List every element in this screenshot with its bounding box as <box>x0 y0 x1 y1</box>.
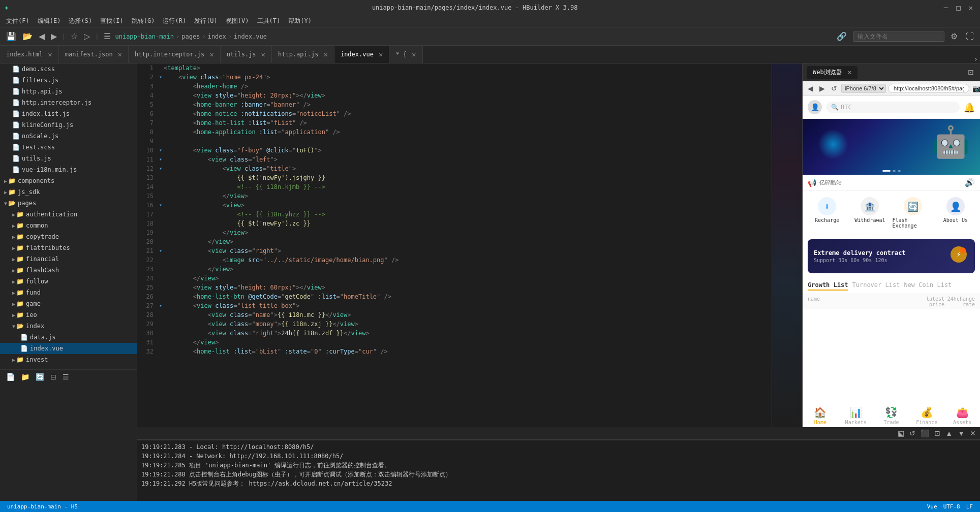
tab-new-coin-list[interactable]: New Coin List <box>904 280 952 291</box>
folder-item-fund[interactable]: ▶ 📁 fund <box>0 287 137 298</box>
notification-bell-icon[interactable]: 🔔 <box>964 102 975 113</box>
file-item-http-interceptor-js[interactable]: 📄 http.interceptor.js <box>0 97 137 108</box>
device-selector[interactable]: iPhone 6/7/8 <box>841 84 886 93</box>
folder-item-copytrade[interactable]: ▶ 📁 copytrade <box>0 231 137 242</box>
folder-item-flattributes[interactable]: ▶ 📁 flattributes <box>0 242 137 253</box>
help-url-link[interactable]: https://ask.dcloud.net.cn/article/35232 <box>249 480 392 487</box>
close-button[interactable]: ✕ <box>966 3 976 13</box>
browser-refresh-button[interactable]: ↺ <box>829 83 839 93</box>
folder-item-follow[interactable]: ▶ 📁 follow <box>0 276 137 287</box>
refresh-button[interactable]: 🔄 <box>34 372 46 382</box>
local-url-link[interactable]: http://localhost:8080/h5/ <box>222 443 314 451</box>
breadcrumb-index[interactable]: index <box>208 33 226 40</box>
folder-item-common[interactable]: ▶ 📁 common <box>0 220 137 231</box>
breadcrumb-pages[interactable]: pages <box>181 33 200 40</box>
contract-banner[interactable]: Extreme delivery contract Support 30s 60… <box>808 239 975 273</box>
status-project[interactable]: uniapp-bian-main - H5 <box>4 503 81 510</box>
menu-run[interactable]: 运行(R) <box>159 15 190 27</box>
filter-button[interactable]: ☰ <box>60 372 71 382</box>
file-item-utils-js[interactable]: 📄 utils.js <box>0 153 137 164</box>
network-url-link[interactable]: http://192.168.101.111:8080/h5/ <box>229 453 343 460</box>
tab-close-icon[interactable]: ✕ <box>261 50 265 58</box>
new-folder-button[interactable]: 📁 <box>19 372 32 382</box>
folder-item-flash-cash[interactable]: ▶ 📁 flashCash <box>0 265 137 276</box>
tab-turnover-list[interactable]: Turnover List <box>852 280 900 291</box>
minimize-button[interactable]: ─ <box>941 3 951 13</box>
nav-markets[interactable]: 📊 Markets <box>838 406 874 425</box>
breadcrumb-file[interactable]: index.vue <box>234 33 267 40</box>
announcement-close-button[interactable]: 🔊 <box>965 178 975 187</box>
panel-down-button[interactable]: ▼ <box>956 428 967 438</box>
quick-action-withdrawal[interactable]: 🏦 Withdrawal <box>849 197 890 229</box>
file-item-demo-scss[interactable]: 📄 demo.scss <box>0 63 137 75</box>
tab-http-interceptor[interactable]: http.interceptor.js ✕ <box>129 46 221 63</box>
quick-action-recharge[interactable]: ⬇ Recharge <box>807 197 847 229</box>
preview-search-bar[interactable]: 🔍 BTC <box>826 102 960 113</box>
tab-close-icon[interactable]: ✕ <box>209 50 213 58</box>
file-item-index-vue[interactable]: 📄 index.vue <box>0 343 137 354</box>
menu-edit[interactable]: 编辑(E) <box>34 15 65 27</box>
collapse-button[interactable]: ⊟ <box>48 372 58 382</box>
tab-close-icon[interactable]: ✕ <box>118 50 122 58</box>
tab-http-api-js[interactable]: http.api.js ✕ <box>272 46 334 63</box>
tab-close-icon[interactable]: ✕ <box>323 50 327 58</box>
tab-utils-js[interactable]: utils.js ✕ <box>221 46 272 63</box>
folder-item-ieo[interactable]: ▶ 📁 ieo <box>0 309 137 321</box>
code-editor[interactable]: 1 <template> 2 ▾ <view class="home px-24… <box>137 63 772 427</box>
menu-goto[interactable]: 跳转(G) <box>128 15 159 27</box>
external-link-button[interactable]: 🔗 <box>835 30 849 42</box>
folder-item-components[interactable]: ▶ 📁 components <box>0 175 137 186</box>
file-item-vue-i18n-js[interactable]: 📄 vue-i18n.min.js <box>0 164 137 175</box>
browser-url-input[interactable] <box>888 84 969 93</box>
quick-action-flash-exchange[interactable]: 🔄 Flash Exchange <box>893 197 933 229</box>
panel-split-button[interactable]: ⬕ <box>896 428 906 438</box>
tab-close-icon[interactable]: ✕ <box>48 50 52 58</box>
run-button[interactable]: ▷ <box>82 30 92 42</box>
nav-back-button[interactable]: ◀ <box>37 30 47 42</box>
file-item-filters-js[interactable]: 📄 filters.js <box>0 75 137 86</box>
menu-find[interactable]: 查找(I) <box>96 15 128 27</box>
menu-file[interactable]: 文件(F) <box>2 15 34 27</box>
browser-forward-button[interactable]: ▶ <box>817 83 827 93</box>
file-toggle-button[interactable]: ☰ <box>102 30 113 42</box>
folder-item-pages[interactable]: ▼ 📂 pages <box>0 198 137 209</box>
open-button[interactable]: 📂 <box>20 30 35 42</box>
file-search-input[interactable] <box>853 31 944 42</box>
tab-close-icon[interactable]: ✕ <box>412 50 416 58</box>
file-item-kline-config-js[interactable]: 📄 klineConfig.js <box>0 119 137 131</box>
menu-publish[interactable]: 发行(U) <box>190 15 222 27</box>
panel-close-button[interactable]: ✕ <box>968 428 978 438</box>
file-item-index-list-js[interactable]: 📄 index.list.js <box>0 108 137 119</box>
maximize-button[interactable]: □ <box>953 3 963 13</box>
folder-item-game[interactable]: ▶ 📁 game <box>0 298 137 309</box>
menu-select[interactable]: 选择(S) <box>65 15 96 27</box>
file-item-test-scss[interactable]: 📄 test.scss <box>0 142 137 153</box>
menu-view[interactable]: 视图(V) <box>222 15 253 27</box>
tab-growth-list[interactable]: Growth List <box>808 280 848 291</box>
file-item-no-scale-js[interactable]: 📄 noScale.js <box>0 131 137 142</box>
fullscreen-button[interactable]: ⛶ <box>964 31 976 42</box>
browser-back-button[interactable]: ◀ <box>806 83 815 93</box>
menu-help[interactable]: 帮助(Y) <box>284 15 316 27</box>
new-file-button[interactable]: 📄 <box>4 372 17 382</box>
quick-action-about-us[interactable]: 👤 About Us <box>935 197 976 229</box>
tab-index-vue[interactable]: index.vue ✕ <box>334 46 389 63</box>
panel-expand-button[interactable]: ⊡ <box>966 67 976 77</box>
browser-tab-web[interactable]: Web浏览器 ✕ <box>807 66 858 79</box>
save-all-button[interactable]: 💾 <box>4 30 18 42</box>
nav-assets[interactable]: 👛 Assets <box>944 406 980 425</box>
panel-up-button[interactable]: ▲ <box>943 428 955 438</box>
tab-index-html[interactable]: index.html ✕ <box>0 46 59 63</box>
tab-scroll-arrow[interactable]: › <box>972 55 980 63</box>
browser-close-button[interactable]: ✕ <box>848 69 851 76</box>
panel-stop-button[interactable]: ⬛ <box>918 428 931 438</box>
bookmark-button[interactable]: ☆ <box>69 30 80 42</box>
nav-forward-button[interactable]: ▶ <box>49 30 59 42</box>
breadcrumb-root[interactable]: uniapp-bian-main <box>115 33 174 40</box>
folder-item-index[interactable]: ▼ 📂 index <box>0 321 137 332</box>
tab-manifest-json[interactable]: manifest.json ✕ <box>59 46 129 63</box>
menu-tools[interactable]: 工具(T) <box>253 15 285 27</box>
folder-item-financial[interactable]: ▶ 📁 financial <box>0 253 137 265</box>
file-item-data-js[interactable]: 📄 data.js <box>0 332 137 343</box>
nav-trade[interactable]: 💱 Trade <box>874 406 909 425</box>
